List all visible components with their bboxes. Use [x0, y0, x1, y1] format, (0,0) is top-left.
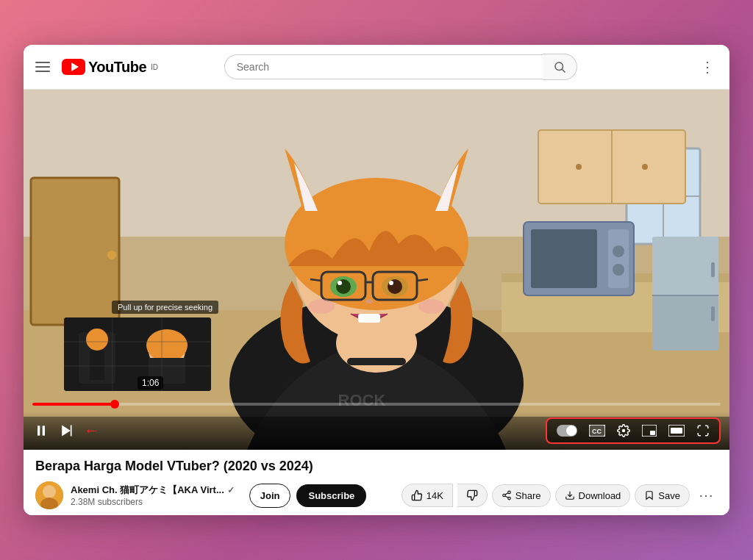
svg-point-84: [508, 491, 511, 494]
svg-point-58: [86, 329, 108, 351]
fullscreen-button[interactable]: [693, 422, 713, 439]
channel-row: Akemi Ch. 猫町アケミ【AKA Virt... ✓ 2.38M subs…: [35, 481, 718, 509]
youtube-text: YouTube: [88, 59, 146, 76]
subscribe-button[interactable]: Subscribe: [296, 484, 366, 507]
svg-point-85: [503, 494, 506, 497]
miniplayer-button[interactable]: [638, 423, 660, 439]
verified-icon: ✓: [227, 485, 235, 495]
svg-point-80: [43, 485, 56, 498]
share-button[interactable]: Share: [492, 484, 551, 507]
video-timestamp: 1:06: [138, 376, 163, 390]
svg-point-18: [576, 164, 582, 170]
channel-actions: Join Subscribe: [249, 484, 367, 508]
right-controls-group: CC: [546, 417, 721, 444]
svg-line-87: [505, 496, 508, 498]
svg-point-47: [338, 281, 342, 285]
download-button[interactable]: Download: [555, 484, 631, 507]
svg-rect-29: [652, 237, 718, 295]
svg-rect-78: [671, 428, 682, 434]
join-button[interactable]: Join: [249, 484, 291, 508]
video-controls: ← CC: [24, 412, 729, 450]
svg-rect-32: [711, 262, 715, 277]
hamburger-menu-button[interactable]: [35, 62, 50, 72]
theater-button[interactable]: [665, 423, 688, 439]
video-scene: ROCK: [24, 90, 729, 450]
svg-rect-76: [650, 431, 655, 435]
svg-point-10: [107, 251, 116, 259]
video-info-panel: Berapa Harga Model VTuber? (2020 vs 2024…: [24, 450, 729, 515]
dislike-button[interactable]: [457, 484, 488, 507]
progress-track: [32, 403, 721, 406]
next-button[interactable]: [57, 422, 75, 439]
like-count: 14K: [427, 490, 443, 501]
svg-rect-8: [31, 178, 119, 325]
search-bar: [224, 54, 577, 80]
play-pause-button[interactable]: [32, 422, 50, 439]
svg-point-51: [365, 299, 373, 304]
header-more-button[interactable]: ⋮: [697, 55, 718, 79]
save-button[interactable]: Save: [635, 484, 690, 507]
svg-point-54: [418, 299, 445, 314]
svg-rect-37: [347, 358, 406, 365]
search-button[interactable]: [543, 54, 577, 80]
svg-point-19: [642, 164, 648, 170]
settings-button[interactable]: [613, 422, 634, 439]
action-buttons: 14K Share: [402, 482, 718, 509]
progress-fill: [32, 403, 115, 406]
svg-rect-25: [608, 229, 629, 288]
youtube-header: YouTube ID ⋮: [24, 45, 729, 90]
svg-point-2: [555, 62, 563, 71]
svg-rect-59: [90, 351, 104, 380]
svg-point-53: [308, 299, 335, 314]
svg-point-72: [566, 426, 577, 436]
svg-line-88: [505, 493, 508, 495]
svg-rect-52: [358, 314, 380, 323]
youtube-logo[interactable]: YouTube ID: [62, 59, 158, 76]
video-player[interactable]: ROCK: [24, 90, 729, 450]
svg-point-86: [508, 497, 511, 500]
skip-arrow-indicator: ←: [84, 421, 100, 440]
like-button[interactable]: 14K: [402, 484, 453, 507]
svg-rect-30: [652, 295, 718, 351]
autoplay-toggle[interactable]: [553, 423, 581, 439]
svg-point-50: [389, 281, 393, 285]
subscriber-count: 2.38M subscribers: [71, 497, 235, 507]
video-title: Berapa Harga Model VTuber? (2020 vs 2024…: [35, 459, 718, 474]
svg-point-61: [146, 329, 188, 362]
svg-rect-70: [71, 426, 72, 437]
cc-button[interactable]: CC: [585, 423, 609, 439]
channel-name: Akemi Ch. 猫町アケミ【AKA Virt... ✓: [71, 484, 235, 497]
svg-rect-24: [531, 229, 597, 288]
channel-info: Akemi Ch. 猫町アケミ【AKA Virt... ✓ 2.38M subs…: [71, 484, 235, 507]
channel-avatar[interactable]: [35, 481, 63, 509]
search-input[interactable]: [224, 54, 543, 79]
svg-rect-67: [38, 426, 40, 435]
browser-window: YouTube ID ⋮: [24, 45, 729, 515]
youtube-id-badge: ID: [151, 63, 158, 71]
svg-marker-69: [62, 426, 71, 437]
more-options-button[interactable]: ⋯: [694, 482, 718, 509]
header-right: ⋮: [697, 55, 718, 79]
seek-hint: Pull up for precise seeking: [112, 301, 218, 314]
youtube-logo-icon: [62, 59, 85, 75]
progress-bar[interactable]: [24, 403, 729, 406]
svg-text:ROCK: ROCK: [338, 391, 386, 409]
svg-point-27: [613, 264, 624, 276]
svg-text:CC: CC: [592, 428, 602, 435]
svg-point-26: [613, 245, 624, 257]
svg-line-3: [562, 69, 565, 72]
svg-rect-33: [711, 306, 715, 321]
svg-rect-68: [43, 426, 45, 435]
